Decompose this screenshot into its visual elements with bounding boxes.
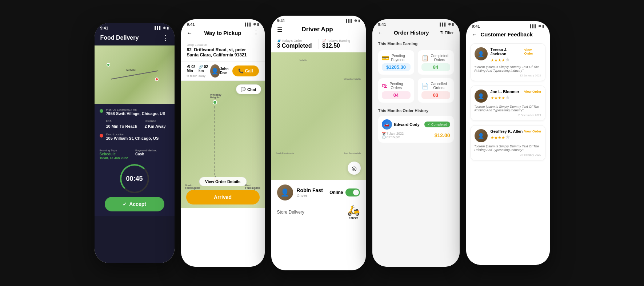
feedback-text-1: "Lorem Ipsum Is Simply Dummy Text Of The…	[475, 105, 541, 112]
online-toggle: Online	[329, 188, 360, 196]
drop-location-card: Drop Location 82 Driftwood Road, st, pet…	[181, 39, 265, 61]
battery-icon-3: ▮	[358, 19, 360, 23]
star-1: ★	[491, 58, 494, 62]
this-months-earning-label: This Months Earning	[372, 39, 460, 47]
eta-val: 10 Min To Reach	[106, 124, 137, 128]
scooter-icon: 🛵	[347, 204, 360, 216]
dist-lbl: away	[199, 74, 205, 78]
dist-val: 🔗 02 km	[199, 65, 210, 73]
order-history-title: Order History	[394, 29, 429, 36]
phone-way-to-pickup: 9:41 ▌▌▌ ☸ ▮ ← Way to Pickup ⋮ Drop Loca…	[181, 19, 265, 267]
view-order-button[interactable]: View Order Details	[199, 177, 247, 186]
stars-row-2: ★★★★★	[491, 134, 541, 140]
phone-customer-feedback: 9:41 ▌▌▌ ☸ ▮ ← Customer Feedback 👤 Tere	[466, 21, 550, 265]
back-button-4[interactable]: ←	[378, 30, 383, 36]
star-3: ★	[498, 135, 501, 140]
map-east-farm: EastFarmingdale	[245, 184, 260, 189]
customer-avatar: 🚗	[382, 119, 392, 130]
status-bar-4: 9:41 ▌▌▌ ☸ ▮	[372, 19, 460, 28]
stats-grid: 💳 PendingPayment $1205.30 📋 CompletedOrd…	[372, 47, 460, 106]
wallet-icon: 💳	[382, 55, 389, 61]
cancelled-orders-card: 📄 CancelledOrders 03	[418, 78, 454, 103]
vehicle-info: 🛵 Street	[347, 204, 360, 220]
vehicle-row: Store Delivery 🛵 Street	[277, 204, 360, 220]
feedback-header-2: 👤 Geoffrey K. Allen View Order ★★★★★	[475, 129, 541, 142]
status-bar-1: 9:41 ▌▌▌ ☸ ▮	[95, 23, 175, 32]
order-history-section: This Months Order History 🚗 Edward Cody …	[372, 106, 460, 146]
completed-badge: ✓ Completed	[424, 122, 450, 127]
cancel-icon: 📄	[421, 83, 429, 90]
map3-south: South Farmingdale	[276, 152, 295, 154]
cancelled-orders-val: 03	[421, 91, 450, 99]
check-list-icon: 📋	[421, 55, 429, 61]
star-2: ★	[494, 135, 498, 140]
check-icon-badge: ✓	[427, 123, 430, 126]
booking-row: Booking Type Schedule 15:30, 13 Jan 2022…	[100, 145, 169, 160]
status-icons-1: ▌▌▌ ☸ ▮	[155, 26, 168, 30]
map-city-label: Melville	[127, 69, 136, 71]
arrived-button[interactable]: Arrived	[186, 190, 260, 204]
hamburger-icon[interactable]: ☰	[277, 26, 282, 33]
time-val: ⏱ 02 Min	[187, 65, 199, 73]
view-order-link-0[interactable]: View Order	[524, 48, 541, 55]
map-route-line	[111, 71, 158, 80]
drop-row: Drop Location 105 William St, Chicago, U…	[100, 133, 169, 140]
todays-earning-label: 📈 Today's Earning	[322, 39, 360, 43]
map-wheatley: WheatleyHeights	[210, 94, 221, 99]
more-options-icon-2[interactable]: ⋮	[253, 29, 259, 36]
back-button-5[interactable]: ←	[472, 32, 477, 37]
driver-avatar: 👤	[210, 64, 220, 78]
time-item: ⏱ 02 Min to reach	[187, 65, 199, 78]
clock-icon: 🛍	[382, 83, 388, 89]
drop-loc-label: Drop Location	[187, 43, 259, 47]
chat-bubble[interactable]: 💬 Chat	[236, 84, 261, 94]
filter-button[interactable]: ⚗ Filter	[440, 30, 453, 35]
star-1: ★	[491, 96, 494, 100]
star-2: ★	[494, 96, 498, 100]
online-toggle-switch[interactable]	[345, 188, 360, 196]
food-delivery-map: Melville	[95, 45, 175, 104]
filter-icon: ⚗	[440, 30, 443, 35]
timer-area: 00:45	[100, 164, 169, 193]
booking-type-label: Booking Type	[100, 149, 128, 152]
drop-address: 105 William St, Chicago, US	[106, 136, 159, 140]
map3-melville: Melville	[300, 59, 307, 61]
phone-icon: 📞	[238, 68, 244, 74]
time-lbl: to reach	[187, 74, 197, 78]
eta-label: ETA	[106, 119, 137, 123]
wifi-icon: ☸	[163, 26, 166, 30]
payment-item: Payment Method Cash	[135, 149, 157, 160]
more-options-icon[interactable]: ⋮	[162, 34, 169, 42]
distance-label: Distance	[144, 119, 165, 123]
view-order-link-2[interactable]: View Order	[524, 130, 541, 133]
order-info-card: Pick-Up Location(14 Ri) 7958 Swift Villa…	[95, 104, 175, 216]
driver-app-header: ☰ Driver App	[271, 24, 366, 36]
location-button[interactable]: ◎	[348, 162, 361, 175]
feedback-name-1: Joe L. Bloomer	[491, 90, 519, 94]
time-3: 9:41	[277, 19, 285, 23]
driver-info-row: ⏱ 02 Min to reach 🔗 02 km away 👤 John Do…	[181, 61, 265, 81]
back-button[interactable]: ←	[187, 30, 193, 36]
feedback-name-2: Geoffrey K. Allen	[491, 129, 523, 134]
view-order-link-1[interactable]: View Order	[524, 90, 541, 94]
phone-order-history: 9:41 ▌▌▌ ☸ ▮ ← Order History ⚗ Filter Th…	[372, 19, 460, 267]
pickup-title: Way to Pickup	[204, 30, 241, 36]
stars-row-0: ★★★★★	[491, 56, 541, 63]
star-5: ★	[505, 56, 510, 63]
pickup-label: Pick-Up Location(14 Ri)	[106, 108, 165, 111]
customer-name: Edward Cody	[394, 122, 420, 127]
feedback-name-0: Teresa J. Jackson	[491, 47, 524, 56]
customer-info: 🚗 Edward Cody	[382, 119, 420, 130]
signal-icon-2: ▌▌▌	[245, 23, 252, 26]
call-button[interactable]: 📞 Call	[232, 65, 259, 76]
accept-button[interactable]: ✓ Accept	[105, 197, 164, 211]
status-bar-5: 9:41 ▌▌▌ ☸ ▮	[466, 21, 550, 30]
feedback-avatar-0: 👤	[475, 47, 488, 60]
feedback-list: 👤 Teresa J. Jackson View Order ★★★★★ "Lo…	[466, 40, 550, 163]
status-icons-5: ▌▌▌ ☸ ▮	[530, 24, 544, 28]
status-icons-4: ▌▌▌ ☸ ▮	[440, 23, 453, 26]
signal-icon-4: ▌▌▌	[440, 23, 447, 26]
feedback-date-2: 3 February 2022	[475, 153, 541, 156]
order-item-header: 🚗 Edward Cody ✓ Completed	[382, 119, 450, 130]
star-2: ★	[494, 58, 498, 62]
